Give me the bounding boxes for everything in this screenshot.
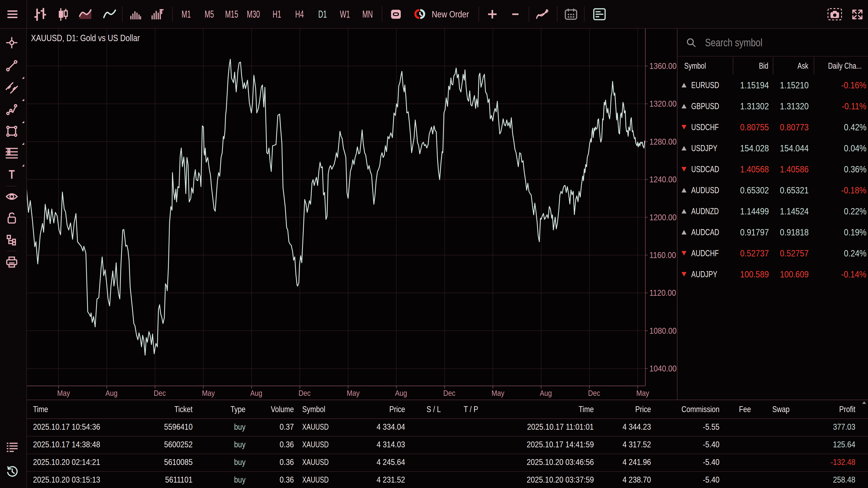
svg-text:1240.00: 1240.00: [649, 175, 677, 184]
svg-text:1040.00: 1040.00: [649, 364, 677, 373]
svg-text:1080.00: 1080.00: [649, 326, 677, 335]
svg-text:May: May: [636, 389, 649, 398]
svg-text:Aug: Aug: [250, 389, 262, 398]
svg-text:1160.00: 1160.00: [649, 250, 676, 260]
svg-text:1120.00: 1120.00: [649, 288, 676, 297]
svg-text:Dec: Dec: [154, 389, 166, 398]
svg-text:Dec: Dec: [443, 389, 456, 398]
svg-text:Dec: Dec: [299, 389, 311, 398]
svg-text:1360.00: 1360.00: [649, 61, 677, 70]
svg-text:May: May: [492, 389, 504, 398]
svg-text:May: May: [347, 389, 360, 398]
svg-text:1200.00: 1200.00: [649, 213, 677, 222]
svg-text:1320.00: 1320.00: [649, 99, 677, 108]
svg-text:Dec: Dec: [588, 389, 600, 398]
svg-text:May: May: [57, 389, 70, 398]
svg-text:May: May: [202, 389, 215, 398]
svg-text:Aug: Aug: [395, 389, 407, 398]
svg-text:Aug: Aug: [540, 389, 552, 398]
svg-text:Aug: Aug: [105, 389, 118, 398]
svg-text:1280.00: 1280.00: [649, 137, 677, 146]
svg-text:XAUUSD, D1: Gold vs US Dollar: XAUUSD, D1: Gold vs US Dollar: [31, 33, 140, 43]
